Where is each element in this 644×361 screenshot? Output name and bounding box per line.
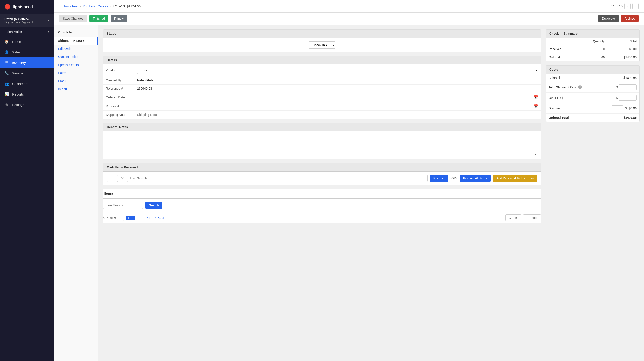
general-notes-textarea[interactable]	[107, 135, 537, 155]
checkin-nav-special-orders[interactable]: Special Orders	[54, 61, 98, 69]
items-print-button[interactable]: 🖨 Print	[505, 214, 522, 221]
sidebar-item-sales[interactable]: 👤 Sales	[0, 47, 54, 58]
other-cost-input[interactable]: 0.00	[619, 95, 636, 101]
sidebar-item-home[interactable]: 🏠 Home	[0, 36, 54, 47]
archive-button[interactable]: Archive	[621, 15, 639, 22]
reports-icon: 📊	[4, 92, 9, 96]
pagination-nav: 11 of 15 ‹ ›	[611, 3, 639, 10]
right-column: Check In Summary Quantity Total	[546, 29, 640, 356]
clear-qty-button[interactable]: ✕	[120, 175, 125, 182]
vendor-select[interactable]: None	[137, 67, 538, 74]
receive-row: 1 ✕ Receive -OR- Receive All Items Add R…	[103, 172, 541, 185]
topbar: ☰ Inventory › Purchase Orders › PO: #13,…	[54, 0, 644, 12]
costs-discount-label: Discount	[546, 103, 598, 114]
costs-shipment-label: Total Shipment Cost ?	[546, 82, 598, 92]
receive-all-items-button[interactable]: Receive All Items	[460, 175, 490, 182]
receive-item-search-input[interactable]	[127, 175, 428, 182]
summary-ordered-total: $1409.85	[607, 53, 639, 62]
vendor-label: Vendor	[103, 64, 134, 76]
summary-received-quantity: 0	[578, 45, 608, 53]
checkin-nav-email[interactable]: Email	[54, 77, 98, 85]
reference-row: Reference # 230940-23	[103, 84, 541, 93]
settings-icon: ⚙	[4, 103, 9, 107]
left-column: Status Check-In ▾ Details	[103, 29, 541, 356]
ordered-date-calendar-icon[interactable]: 📅	[534, 95, 538, 99]
page-prev-button[interactable]: ‹	[118, 215, 124, 221]
breadcrumb-purchase-orders-link[interactable]: Purchase Orders	[82, 4, 108, 8]
items-export-icon: ⬆	[526, 216, 528, 220]
created-by-row: Created By Helen Melen	[103, 76, 541, 84]
save-changes-button[interactable]: Save Changes	[59, 15, 87, 22]
other-dollar-icon: $	[616, 96, 618, 100]
checkin-nav-import[interactable]: Import	[54, 85, 98, 93]
breadcrumb-inventory-link[interactable]: Inventory	[64, 4, 78, 8]
sidebar-item-home-label: Home	[12, 40, 21, 44]
items-export-button[interactable]: ⬆ Export	[523, 214, 541, 221]
store-selector[interactable]: Retail (R-Series) Bicycle Store Register…	[0, 14, 54, 27]
sidebar-item-settings[interactable]: ⚙ Settings	[0, 100, 54, 110]
costs-table: Subtotal $1409.85 Total Shipment Cost ?	[546, 74, 639, 122]
sidebar: 🔴 lightspeed Retail (R-Series) Bicycle S…	[0, 0, 54, 361]
per-page-link[interactable]: 15 PER PAGE	[145, 216, 165, 220]
ordered-date-row: Ordered Date 2023-01-24 📅	[103, 93, 541, 102]
details-table: Vendor None Created By Helen	[103, 64, 541, 119]
print-label: Print	[114, 17, 121, 20]
shipment-dollar-icon: $	[616, 86, 618, 89]
status-card: Status Check-In ▾	[103, 29, 541, 52]
summary-table: Quantity Total Received 0 $0.00	[546, 38, 639, 62]
vendor-row: Vendor None	[103, 64, 541, 76]
created-by-value: Helen Melen	[137, 78, 156, 82]
ordered-date-input[interactable]: 2023-01-24	[137, 96, 532, 99]
ordered-date-label: Ordered Date	[103, 93, 134, 102]
print-button[interactable]: Print ▾	[111, 15, 127, 22]
add-received-to-inventory-button[interactable]: Add Received To Inventory	[493, 175, 537, 182]
breadcrumb-current: PO: #13, $1124.90	[112, 4, 141, 8]
checkin-nav-shipment-history[interactable]: Shipment History	[54, 37, 98, 45]
page-current: 1 - 8	[126, 216, 135, 220]
discount-value: $0.00	[629, 106, 636, 110]
pagination-prev-button[interactable]: ‹	[624, 3, 630, 10]
sidebar-item-settings-label: Settings	[12, 103, 24, 107]
items-pagination: 8 Results ‹ 1 - 8 › 15 PER PAGE 🖨 Print	[103, 212, 541, 223]
checkin-nav-sales[interactable]: Sales	[54, 69, 98, 77]
receive-qty-input[interactable]: 1	[107, 175, 118, 182]
check-in-summary-body: Quantity Total Received 0 $0.00	[546, 38, 639, 62]
shipment-cost-input[interactable]: 0.00	[619, 84, 636, 90]
discount-input[interactable]: 0	[612, 105, 623, 111]
checkin-nav-edit-order[interactable]: Edit Order	[54, 45, 98, 53]
shipping-note-value	[134, 111, 541, 119]
summary-ordered-quantity: 60	[578, 53, 608, 62]
or-text: -OR-	[450, 176, 457, 180]
page-next-button[interactable]: ›	[137, 215, 143, 221]
breadcrumb-sep-2: ›	[110, 4, 111, 8]
user-area[interactable]: Helen Melen ▾	[0, 27, 54, 36]
sidebar-item-inventory[interactable]: ☰ Inventory	[0, 58, 54, 68]
breadcrumb: ☰ Inventory › Purchase Orders › PO: #13,…	[59, 4, 141, 8]
checkin-nav-custom-fields[interactable]: Custom Fields	[54, 53, 98, 61]
duplicate-button[interactable]: Duplicate	[598, 15, 619, 22]
summary-received-label: Received	[546, 45, 578, 53]
sidebar-item-service[interactable]: 🔧 Service	[0, 68, 54, 78]
sidebar-item-customers[interactable]: 👥 Customers	[0, 78, 54, 89]
items-search-input[interactable]	[103, 202, 143, 209]
details-header: Details	[103, 56, 541, 64]
reference-value: 230940-23	[134, 84, 541, 93]
user-chevron-icon: ▾	[48, 30, 49, 33]
receive-button[interactable]: Receive	[430, 175, 448, 182]
costs-other-label: Other (+/-)	[546, 92, 598, 103]
received-input[interactable]: Received	[137, 104, 532, 108]
shipping-note-row: Shipping Note	[103, 111, 541, 119]
costs-discount-cell: 0 % $0.00	[598, 103, 639, 114]
items-search-button[interactable]: Search	[145, 202, 162, 209]
finished-button[interactable]: Finished	[90, 15, 108, 22]
details-body: Vendor None Created By Helen	[103, 64, 541, 119]
main-area: ☰ Inventory › Purchase Orders › PO: #13,…	[54, 0, 644, 361]
sidebar-item-reports[interactable]: 📊 Reports	[0, 89, 54, 100]
status-select[interactable]: Check-In ▾	[308, 42, 336, 48]
received-calendar-icon[interactable]: 📅	[534, 104, 538, 108]
items-section: Items Search 8 Results ‹ 1 - 8 › 15 PER …	[103, 189, 541, 223]
pagination-next-button[interactable]: ›	[632, 3, 639, 10]
shipping-note-input[interactable]	[137, 113, 538, 116]
sidebar-item-sales-label: Sales	[12, 50, 20, 54]
shipment-cost-info-icon[interactable]: ?	[578, 86, 582, 89]
